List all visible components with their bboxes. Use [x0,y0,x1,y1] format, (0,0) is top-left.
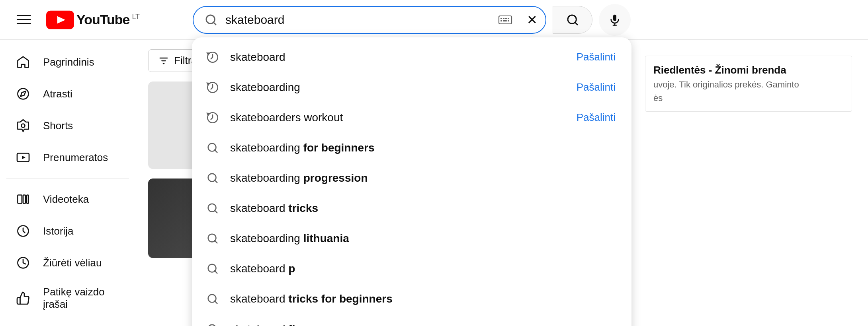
search-suggestion-icon [205,140,221,156]
autocomplete-remove-btn-2[interactable]: Pašalinti [573,80,619,95]
autocomplete-dropdown: skateboardPašalinti skateboardingPašalin… [192,37,631,326]
autocomplete-item-5[interactable]: skateboarding progression [192,163,631,193]
autocomplete-item-1[interactable]: skateboardPašalinti [192,42,631,72]
search-suggestion-icon [205,170,221,186]
svg-line-27 [215,240,217,243]
svg-rect-9 [500,20,502,21]
header-left: YouTube LT [13,10,180,29]
country-code: LT [132,13,140,21]
sidebar-item-subscriptions[interactable]: Prenumeratos [3,142,132,173]
svg-marker-40 [22,156,25,159]
sidebar-item-shorts[interactable]: Shorts [3,110,132,142]
home-icon [14,53,32,71]
search-suggestion-icon [205,321,221,326]
clock-icon [14,254,32,272]
clear-icon[interactable]: ✕ [519,12,545,27]
sidebar-label-history: Istorija [43,225,74,237]
sidebar-item-home[interactable]: Pagrindinis [3,46,132,78]
svg-point-32 [208,324,216,326]
svg-line-25 [215,210,217,212]
header: YouTube LT [0,0,868,40]
search-suggestion-icon [205,231,221,246]
autocomplete-item-text-1: skateboard [230,51,564,64]
sidebar-label-subscriptions: Prenumeratos [43,151,108,164]
svg-rect-6 [503,18,504,19]
svg-line-3 [213,22,216,25]
logo[interactable]: YouTube LT [46,10,140,29]
svg-rect-5 [500,18,502,19]
sidebar-label-shorts: Shorts [43,120,73,132]
search-suggestion-icon [205,261,221,277]
search-suggestion-icon [205,200,221,216]
header-center: ✕ skateboardPašalinti [193,4,631,36]
search-bar-inner: ✕ [194,7,545,33]
history-icon [14,222,32,240]
sidebar-item-history[interactable]: Istorija [3,215,132,247]
autocomplete-item-4[interactable]: skateboarding for beginners [192,133,631,163]
autocomplete-item-text-10: skateboard finger [230,323,619,326]
svg-rect-41 [18,195,22,204]
autocomplete-item-8[interactable]: skateboard p [192,254,631,284]
svg-rect-8 [508,18,509,19]
ad-section: Riedlentės - Žinomi brenda uvoje. Tik or… [645,56,852,112]
autocomplete-remove-btn-1[interactable]: Pašalinti [573,49,619,65]
autocomplete-item-text-2: skateboarding [230,81,564,94]
search-suggestion-icon [205,291,221,307]
autocomplete-item-text-8: skateboard p [230,262,619,275]
svg-line-31 [215,301,217,303]
history-icon [205,49,221,65]
autocomplete-item-text-4: skateboarding for beginners [230,142,619,154]
ad-text-1: uvoje. Tik originalios prekės. Gaminto [653,80,844,90]
search-icon-left [194,14,225,26]
sidebar-item-liked[interactable]: Patikę vaizdo įrašai [3,279,132,318]
autocomplete-item-text-9: skateboard tricks for beginners [230,293,619,305]
youtube-wordmark: YouTube [76,12,129,27]
svg-rect-10 [503,20,507,21]
svg-rect-14 [613,14,616,21]
sidebar-label-explore: Atrasti [43,88,72,100]
autocomplete-item-10[interactable]: skateboard finger [192,314,631,326]
svg-rect-7 [505,18,507,19]
youtube-logo-icon [46,10,74,29]
ad-title: Riedlentės - Žinomi brenda [653,64,844,76]
sidebar-label-library: Videoteka [43,193,89,206]
svg-line-13 [575,22,577,25]
svg-line-21 [215,149,217,152]
svg-marker-37 [21,91,26,97]
shorts-icon [14,117,32,134]
menu-button[interactable] [13,11,35,28]
search-button[interactable] [553,6,592,34]
autocomplete-item-text-5: skateboarding progression [230,172,619,184]
sidebar-label-liked: Patikę vaizdo įrašai [43,286,121,310]
like-icon [14,289,32,307]
sidebar-divider [6,178,129,179]
autocomplete-item-text-7: skateboarding lithuania [230,232,619,245]
svg-line-23 [215,180,217,182]
sidebar-label-home: Pagrindinis [43,56,94,68]
keyboard-icon[interactable] [492,13,519,27]
autocomplete-item-text-3: skateboarders workout [230,111,564,124]
search-input[interactable] [225,13,492,27]
autocomplete-item-7[interactable]: skateboarding lithuania [192,223,631,254]
autocomplete-item-text-6: skateboard tricks [230,202,619,215]
autocomplete-item-2[interactable]: skateboardingPašalinti [192,72,631,103]
voice-search-button[interactable] [599,4,631,36]
history-icon [205,80,221,95]
autocomplete-item-9[interactable]: skateboard tricks for beginners [192,284,631,314]
autocomplete-remove-btn-3[interactable]: Pašalinti [573,110,619,125]
autocomplete-item-3[interactable]: skateboarders workoutPašalinti [192,103,631,133]
sidebar-item-explore[interactable]: Atrasti [3,78,132,110]
subscriptions-icon [14,149,32,166]
sidebar-item-library[interactable]: Videoteka [3,183,132,215]
history-icon [205,110,221,126]
svg-line-29 [215,270,217,273]
sidebar-item-watch-later[interactable]: Žiūrėti vėliau [3,247,132,279]
sidebar: PagrindinisAtrastiShortsPrenumeratosVide… [0,40,135,326]
svg-rect-11 [508,20,509,21]
svg-rect-43 [27,195,29,204]
library-icon [14,190,32,208]
compass-icon [14,85,32,103]
svg-point-38 [22,124,25,128]
svg-point-36 [18,89,29,99]
autocomplete-item-6[interactable]: skateboard tricks [192,193,631,223]
